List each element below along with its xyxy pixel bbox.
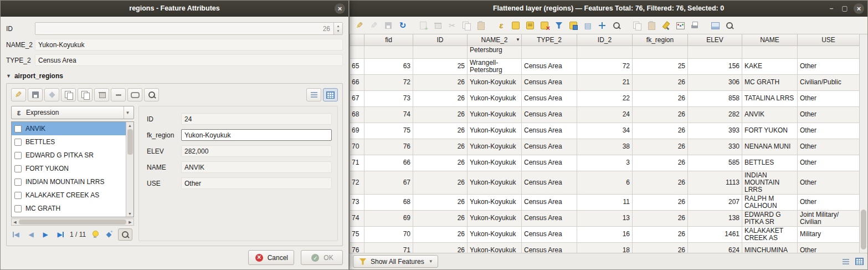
- table-cell[interactable]: 67: [364, 171, 413, 194]
- print-button[interactable]: [688, 19, 701, 32]
- row-number[interactable]: 66: [350, 74, 364, 90]
- row-number[interactable]: 76: [350, 242, 364, 253]
- table-cell[interactable]: 26: [413, 226, 468, 242]
- last-feature-button[interactable]: ▶: [54, 229, 65, 240]
- table-cell[interactable]: 76: [364, 139, 413, 155]
- field-fk-region[interactable]: Yukon-Koyukuk: [181, 129, 332, 141]
- table-cell[interactable]: Yukon-Koyukuk: [468, 90, 522, 106]
- feature-list-item[interactable]: INDIAN MOUNTAIN LRRS: [12, 175, 126, 189]
- spinner-buttons[interactable]: ▲▼: [333, 23, 342, 34]
- table-cell[interactable]: 71: [364, 242, 413, 253]
- add-child-feature-button[interactable]: [44, 88, 59, 101]
- expression-dropdown[interactable]: Expression ▼: [11, 106, 134, 119]
- multiedit-button[interactable]: [367, 19, 381, 32]
- id-spinbox[interactable]: 26 ▲▼: [35, 22, 343, 35]
- autofill-icon[interactable]: [104, 230, 114, 240]
- table-cell[interactable]: 26: [633, 106, 688, 123]
- table-cell[interactable]: Other: [798, 106, 860, 123]
- table-cell[interactable]: 66: [364, 155, 413, 171]
- table-cell[interactable]: 26: [413, 171, 468, 194]
- table-cell[interactable]: Census Area: [522, 210, 577, 226]
- checkbox[interactable]: [14, 179, 22, 186]
- type2-field[interactable]: Census Area: [35, 54, 343, 66]
- table-cell[interactable]: 69: [364, 210, 413, 226]
- table-cell[interactable]: 1113: [688, 171, 742, 194]
- table-cell[interactable]: 26: [413, 139, 468, 155]
- zoom-to-feature-button[interactable]: [144, 88, 159, 101]
- table-cell[interactable]: Census Area: [522, 123, 577, 139]
- table-view-button[interactable]: [323, 88, 338, 101]
- table-cell[interactable]: 75: [364, 123, 413, 139]
- table-cell[interactable]: Yukon-Koyukuk: [468, 226, 522, 242]
- table-cell[interactable]: 156: [688, 58, 742, 74]
- table-cell[interactable]: 26: [413, 194, 468, 210]
- column-header[interactable]: fid: [364, 34, 413, 45]
- table-cell[interactable]: Census Area: [522, 171, 577, 194]
- table-cell[interactable]: FORT YUKON: [742, 123, 798, 139]
- table-cell[interactable]: Civilian/Public: [798, 74, 860, 90]
- checkbox[interactable]: [14, 205, 22, 212]
- name2-field[interactable]: Yukon-Koyukuk: [35, 39, 343, 50]
- table-cell[interactable]: Yukon-Koyukuk: [468, 139, 522, 155]
- table-cell[interactable]: BETTLES: [742, 155, 798, 171]
- table-cell[interactable]: Military: [798, 226, 860, 242]
- scrollbar-thumb[interactable]: [861, 210, 866, 249]
- scrollbar-thumb[interactable]: [127, 129, 133, 155]
- spin-up-icon[interactable]: ▲: [337, 24, 340, 28]
- column-header[interactable]: fk_region: [633, 34, 688, 45]
- form-view-button[interactable]: [306, 88, 321, 101]
- table-cell[interactable]: 34: [577, 123, 633, 139]
- search-form-button[interactable]: [118, 228, 132, 241]
- table-cell[interactable]: Yukon-Koyukuk: [468, 171, 522, 194]
- close-icon[interactable]: ×: [854, 3, 864, 14]
- chevron-down-icon[interactable]: ▼: [124, 106, 131, 119]
- table-cell[interactable]: 22: [577, 90, 633, 106]
- table-cell[interactable]: [577, 45, 633, 58]
- table-cell[interactable]: Yukon-Koyukuk: [468, 194, 522, 210]
- table-cell[interactable]: Census Area: [522, 90, 577, 106]
- table-cell[interactable]: 25: [413, 58, 468, 74]
- table-cell[interactable]: Census Area: [522, 242, 577, 253]
- dock-table-button[interactable]: [708, 19, 722, 32]
- scroll-left-icon[interactable]: ◀: [12, 220, 18, 225]
- table-cell[interactable]: 74: [364, 106, 413, 123]
- unlink-feature-button[interactable]: [111, 88, 126, 101]
- scroll-down-icon[interactable]: ▼: [128, 210, 132, 217]
- table-cell[interactable]: 26: [413, 106, 468, 123]
- table-cell[interactable]: 330: [688, 139, 742, 155]
- table-cell[interactable]: Other: [798, 123, 860, 139]
- table-cell[interactable]: 11: [577, 194, 633, 210]
- feature-list-item[interactable]: FORT YUKON: [12, 162, 126, 175]
- table-cell[interactable]: 26: [633, 226, 688, 242]
- table-cell[interactable]: Other: [798, 58, 860, 74]
- table-cell[interactable]: 16: [577, 226, 633, 242]
- table-cell[interactable]: [688, 45, 742, 58]
- table-cell[interactable]: KAKE: [742, 58, 798, 74]
- search-button[interactable]: [723, 19, 736, 32]
- table-cell[interactable]: 25: [633, 58, 688, 74]
- column-header[interactable]: NAME_2▼: [468, 34, 522, 45]
- table-cell[interactable]: 26: [633, 139, 688, 155]
- table-cell[interactable]: [522, 45, 577, 58]
- field-name[interactable]: ANVIK: [181, 161, 332, 173]
- table-cell[interactable]: 63: [364, 58, 413, 74]
- row-number[interactable]: [350, 45, 364, 58]
- table-cell[interactable]: Census Area: [522, 74, 577, 90]
- form-view-switch-icon[interactable]: [841, 257, 851, 267]
- list-vertical-scrollbar[interactable]: ▲ ▼: [126, 122, 133, 217]
- table-cell[interactable]: Yukon-Koyukuk: [468, 106, 522, 123]
- row-number[interactable]: 68: [350, 106, 364, 123]
- save-edits-button[interactable]: [382, 19, 395, 32]
- table-cell[interactable]: 72: [577, 58, 633, 74]
- feature-attributes-titlebar[interactable]: regions - Feature Attributes ×: [1, 1, 348, 17]
- next-feature-button[interactable]: ▶: [40, 229, 51, 240]
- highlight-feature-icon[interactable]: [90, 230, 100, 240]
- ok-button[interactable]: OK: [301, 250, 343, 265]
- table-cell[interactable]: 3: [577, 155, 633, 171]
- row-number-header[interactable]: [350, 34, 364, 45]
- select-by-value-button[interactable]: [523, 19, 537, 32]
- checkbox[interactable]: [14, 125, 22, 133]
- table-cell[interactable]: 138: [688, 210, 742, 226]
- column-header[interactable]: USE: [798, 34, 860, 45]
- table-cell[interactable]: 282: [688, 106, 742, 123]
